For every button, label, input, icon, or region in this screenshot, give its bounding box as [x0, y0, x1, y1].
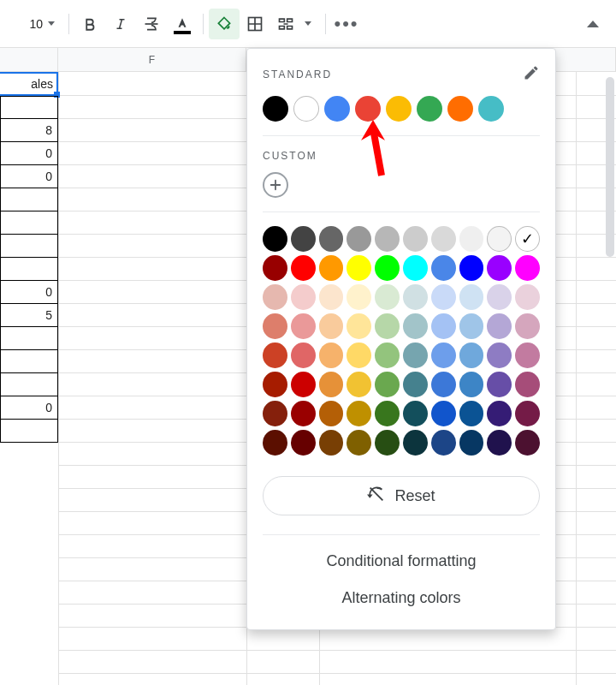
color-swatch[interactable]: [417, 96, 442, 122]
color-swatch[interactable]: [263, 284, 287, 310]
color-swatch[interactable]: [375, 226, 400, 252]
color-swatch[interactable]: [487, 255, 512, 281]
table-cell[interactable]: [0, 350, 58, 373]
color-swatch[interactable]: [346, 342, 371, 368]
color-swatch[interactable]: [375, 255, 400, 281]
chevron-down-icon[interactable]: [48, 21, 55, 26]
color-swatch[interactable]: [319, 284, 344, 310]
color-swatch[interactable]: [319, 342, 344, 368]
color-swatch[interactable]: [319, 313, 344, 339]
color-swatch[interactable]: [346, 226, 371, 252]
color-swatch[interactable]: [431, 255, 456, 281]
color-swatch[interactable]: [515, 284, 540, 310]
color-swatch[interactable]: [291, 255, 316, 281]
color-swatch[interactable]: [487, 401, 512, 426]
color-swatch[interactable]: [291, 401, 316, 426]
color-swatch[interactable]: [291, 430, 316, 456]
add-custom-color-button[interactable]: [263, 172, 288, 198]
table-cell[interactable]: 0: [0, 396, 58, 420]
more-button[interactable]: •••: [331, 9, 362, 39]
color-swatch[interactable]: [346, 284, 371, 310]
table-cell[interactable]: [0, 258, 58, 281]
color-swatch[interactable]: [375, 342, 400, 368]
color-swatch[interactable]: [515, 430, 540, 456]
table-cell[interactable]: 0: [0, 165, 58, 188]
color-swatch[interactable]: [403, 430, 428, 456]
color-swatch[interactable]: [459, 226, 484, 252]
color-swatch[interactable]: [515, 255, 540, 281]
color-swatch[interactable]: [487, 313, 512, 339]
strikethrough-button[interactable]: [136, 9, 167, 39]
color-swatch[interactable]: [291, 226, 316, 252]
color-swatch[interactable]: [263, 226, 287, 252]
color-swatch[interactable]: [515, 372, 540, 397]
color-swatch[interactable]: [487, 226, 512, 252]
column-header-f[interactable]: F: [58, 48, 246, 71]
color-swatch[interactable]: [403, 255, 428, 281]
color-swatch[interactable]: [459, 313, 484, 339]
color-swatch[interactable]: [375, 401, 400, 426]
alternating-colors-link[interactable]: Alternating colors: [263, 589, 540, 607]
color-swatch[interactable]: [346, 430, 371, 456]
color-swatch[interactable]: [291, 342, 316, 368]
chevron-down-icon[interactable]: [305, 21, 311, 26]
selected-cell[interactable]: ales: [0, 72, 58, 96]
color-swatch[interactable]: [291, 313, 316, 339]
color-swatch[interactable]: [431, 372, 456, 397]
table-cell[interactable]: 0: [0, 281, 58, 304]
color-swatch[interactable]: [459, 430, 484, 456]
color-swatch[interactable]: [293, 96, 319, 122]
color-swatch[interactable]: [403, 284, 428, 310]
color-swatch[interactable]: [346, 401, 371, 426]
color-swatch[interactable]: [263, 401, 287, 426]
table-cell[interactable]: [0, 420, 58, 443]
reset-button[interactable]: Reset: [263, 476, 540, 515]
color-swatch[interactable]: [478, 96, 504, 122]
color-swatch[interactable]: [487, 342, 512, 368]
color-swatch[interactable]: [319, 430, 344, 456]
font-size-select[interactable]: 10: [3, 13, 44, 35]
color-swatch[interactable]: [431, 401, 456, 426]
color-swatch[interactable]: [324, 96, 350, 122]
color-swatch[interactable]: [431, 284, 456, 310]
color-swatch[interactable]: [459, 401, 484, 426]
vertical-scrollbar[interactable]: [606, 77, 614, 257]
color-swatch[interactable]: [403, 226, 428, 252]
color-swatch[interactable]: [487, 284, 512, 310]
table-cell[interactable]: [0, 327, 58, 350]
color-swatch[interactable]: [346, 372, 371, 397]
table-cell[interactable]: [0, 188, 58, 211]
chevron-up-icon[interactable]: [587, 21, 599, 27]
text-color-button[interactable]: [167, 9, 198, 39]
color-swatch[interactable]: [515, 313, 540, 339]
borders-button[interactable]: [240, 9, 270, 39]
color-swatch[interactable]: [319, 226, 344, 252]
color-swatch[interactable]: [459, 372, 484, 397]
color-swatch[interactable]: [447, 96, 473, 122]
color-swatch[interactable]: [431, 342, 456, 368]
table-cell[interactable]: 5: [0, 304, 58, 327]
color-swatch[interactable]: [431, 313, 456, 339]
color-swatch[interactable]: [291, 372, 316, 397]
color-swatch[interactable]: [403, 401, 428, 426]
table-cell[interactable]: 0: [0, 142, 58, 165]
color-swatch[interactable]: [403, 372, 428, 397]
color-swatch[interactable]: [263, 372, 287, 397]
table-cell[interactable]: [0, 96, 58, 119]
color-swatch[interactable]: [459, 284, 484, 310]
table-cell[interactable]: [0, 373, 58, 396]
color-swatch[interactable]: [346, 313, 371, 339]
color-swatch[interactable]: [375, 313, 400, 339]
bold-button[interactable]: [74, 9, 105, 39]
color-swatch[interactable]: [319, 255, 344, 281]
color-swatch[interactable]: [515, 226, 540, 252]
table-cell[interactable]: [0, 235, 58, 258]
color-swatch[interactable]: [459, 255, 484, 281]
edit-icon[interactable]: [523, 64, 540, 84]
color-swatch[interactable]: [263, 430, 287, 456]
color-swatch[interactable]: [346, 255, 371, 281]
color-swatch[interactable]: [515, 342, 540, 368]
color-swatch[interactable]: [459, 342, 484, 368]
color-swatch[interactable]: [375, 284, 400, 310]
color-swatch[interactable]: [291, 284, 316, 310]
